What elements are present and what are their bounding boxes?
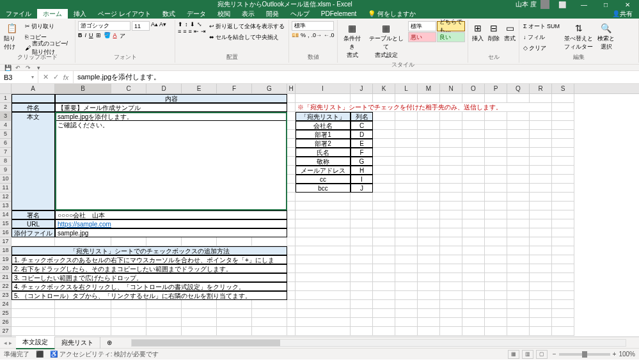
cell[interactable] [507,210,530,219]
cell[interactable] [418,130,440,139]
cell[interactable] [287,94,296,103]
cell[interactable] [552,273,574,282]
align-right-icon[interactable]: ≡ [189,28,192,35]
cell[interactable] [296,291,351,300]
cell[interactable] [418,193,440,202]
decrease-font-icon[interactable]: A▾ [159,21,166,31]
cell[interactable] [507,193,530,202]
cell[interactable] [552,130,574,139]
name-box[interactable]: ▾ [0,71,38,83]
cell[interactable] [418,202,440,210]
cell[interactable] [287,291,296,300]
tab-help[interactable]: ヘルプ [285,9,315,19]
cell[interactable] [462,148,485,157]
cell[interactable]: 3. コピーしたい範囲まで広げたらドロップ。 [12,273,287,282]
cell[interactable] [530,210,552,219]
cell[interactable] [440,327,462,336]
cell[interactable] [351,300,373,309]
cell[interactable] [418,157,440,166]
cell[interactable] [530,264,552,273]
percent-icon[interactable]: % [301,32,306,38]
cell[interactable] [395,228,418,237]
cell[interactable] [351,94,373,103]
cell[interactable] [351,237,373,246]
cell[interactable] [530,157,552,166]
cell[interactable]: 敬称 [296,157,351,166]
col-header-B[interactable]: B [55,84,111,93]
cell[interactable] [462,219,485,228]
cell[interactable] [395,291,418,300]
cell[interactable] [485,255,507,264]
tab-data[interactable]: データ [181,9,212,19]
cell[interactable]: 2. 右下をドラッグしたら、そのままコピーしたい範囲までドラッグします。 [12,264,287,273]
cell[interactable] [373,255,395,264]
cell[interactable] [485,228,507,237]
cell[interactable] [462,112,485,121]
tab-prev-icon[interactable]: ▸ [9,340,12,346]
cell[interactable] [217,318,252,327]
macro-record-icon[interactable]: ⬛ [36,351,43,358]
cell[interactable] [440,237,462,246]
cell[interactable] [111,318,146,327]
cell[interactable] [111,309,146,318]
cell[interactable]: bcc [296,184,351,193]
cell[interactable] [296,300,351,309]
cell[interactable] [462,318,485,327]
zoom-out-icon[interactable]: − [553,351,556,358]
cell[interactable] [373,318,395,327]
cell[interactable] [395,309,418,318]
cell[interactable] [12,327,55,336]
cell[interactable] [530,237,552,246]
cell[interactable] [530,94,552,103]
view-pagebreak-icon[interactable]: ▢ [536,350,548,359]
accessibility-status[interactable]: ♿ アクセシビリティ: 検討が必要です [50,350,159,359]
cell[interactable] [287,103,296,112]
cell[interactable] [287,175,296,184]
cell[interactable] [485,148,507,157]
cell[interactable] [530,139,552,148]
cell[interactable] [462,193,485,202]
cell[interactable] [530,166,552,175]
cell[interactable] [552,210,574,219]
cell[interactable] [485,291,507,300]
tab-home[interactable]: ホーム [37,9,68,19]
cell[interactable]: 列名 [351,112,373,121]
view-page-layout-icon[interactable]: ▥ [522,350,533,359]
row-header-4[interactable]: 4 [0,121,11,130]
format-as-table-button[interactable]: ▦ テーブルとして 書式設定 [366,21,406,61]
cell[interactable]: 内容 [55,94,287,103]
conditional-format-button[interactable]: ▦ 条件付き 書式 [340,21,364,61]
cell[interactable] [373,139,395,148]
cell[interactable] [12,94,55,103]
enter-formula-icon[interactable]: ✓ [51,73,60,81]
cell[interactable] [552,166,574,175]
cell[interactable] [373,121,395,130]
cell[interactable] [507,157,530,166]
cell[interactable] [111,237,146,246]
cell[interactable] [462,121,485,130]
cell[interactable] [373,219,395,228]
cell[interactable] [287,300,296,309]
cell[interactable] [507,112,530,121]
cell[interactable] [351,255,373,264]
cell[interactable] [418,148,440,157]
cell[interactable] [395,94,418,103]
cell[interactable]: 署名 [12,210,55,219]
row-header-18[interactable]: 18 [0,246,11,255]
cell[interactable] [530,219,552,228]
cell[interactable] [418,210,440,219]
cell[interactable] [440,282,462,291]
cell[interactable] [530,112,552,121]
cell[interactable] [485,112,507,121]
cell[interactable]: 4. チェックボックスを右クリックし、「コントロールの書式設定」をクリック。 [12,282,287,291]
row-header-16[interactable]: 16 [0,228,11,237]
col-header-L[interactable]: L [395,84,418,93]
cell[interactable] [507,246,530,255]
cell[interactable] [287,148,296,157]
row-header-8[interactable]: 8 [0,157,11,166]
row-header-19[interactable]: 19 [0,255,11,264]
bold-button[interactable]: B [78,32,83,40]
name-box-input[interactable] [4,74,31,81]
cell[interactable] [373,291,395,300]
cell[interactable] [530,246,552,255]
